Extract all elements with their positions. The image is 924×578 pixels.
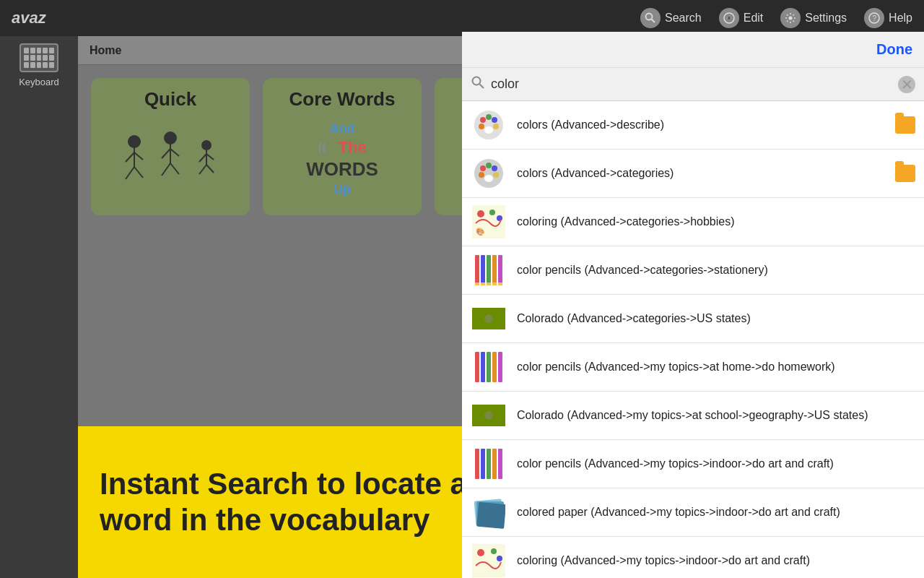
nav-search-button[interactable]: Search <box>640 8 702 28</box>
result-label: coloring (Advanced->categories->hobbies) <box>517 215 915 228</box>
search-results: colors (Advanced->describe) colors (Adva… <box>462 101 924 578</box>
pencils2-svg-icon <box>472 350 505 384</box>
art-svg-icon: 🎨 <box>472 205 505 238</box>
palette2-svg-icon <box>472 157 505 190</box>
search-clear-button[interactable]: ✕ <box>898 76 915 93</box>
svg-line-32 <box>480 85 484 89</box>
cw-it: It <box>318 139 326 156</box>
search-result-item[interactable]: coloring (Advanced->my topics->indoor->d… <box>462 537 924 578</box>
svg-text:🎨: 🎨 <box>476 227 485 236</box>
nav-actions: Search Edit Settings ? Help <box>640 8 912 28</box>
svg-line-23 <box>199 165 206 174</box>
svg-point-81 <box>491 548 497 554</box>
search-input[interactable] <box>491 77 892 92</box>
svg-rect-78 <box>476 502 505 529</box>
search-overlay: Done ✕ colors (Advanced->describe) <box>462 32 924 578</box>
search-result-item[interactable]: color pencils (Advanced->categories->sta… <box>462 246 924 295</box>
search-result-item[interactable]: color pencils (Advanced->my topics->indo… <box>462 440 924 488</box>
result-label: colors (Advanced->describe) <box>517 118 895 131</box>
app-logo: avaz <box>12 9 640 27</box>
result-icon-pencils3 <box>471 446 507 482</box>
cw-up: Up <box>334 182 351 197</box>
svg-rect-61 <box>498 282 502 285</box>
result-label: color pencils (Advanced->my topics->at h… <box>517 361 915 374</box>
nav-edit-label: Edit <box>744 12 764 25</box>
svg-rect-71 <box>475 449 479 479</box>
svg-rect-52 <box>475 255 479 285</box>
svg-point-4 <box>789 17 793 20</box>
svg-point-49 <box>489 210 495 215</box>
result-icon-colorado2 <box>471 397 507 434</box>
svg-point-7 <box>128 136 140 147</box>
svg-point-19 <box>202 141 211 150</box>
svg-point-80 <box>477 549 484 556</box>
svg-point-31 <box>473 77 481 85</box>
search-icon <box>640 8 661 28</box>
result-label: color pencils (Advanced->categories->sta… <box>517 264 915 277</box>
svg-point-44 <box>493 172 499 178</box>
svg-point-70 <box>484 411 493 420</box>
result-icon-palette2 <box>471 155 507 191</box>
vocab-card-title-core-words: Core Words <box>289 88 396 111</box>
colorado2-svg-icon <box>472 405 505 426</box>
search-done-header: Done <box>462 32 924 68</box>
sidebar: Keyboard <box>0 36 78 578</box>
folder-icon <box>895 165 915 182</box>
search-result-item[interactable]: colored paper (Advanced->my topics->indo… <box>462 488 924 537</box>
search-result-item[interactable]: 🎨 coloring (Advanced->categories->hobbie… <box>462 198 924 246</box>
vocab-card-quick[interactable]: Quick <box>91 78 250 215</box>
nav-settings-button[interactable]: Settings <box>780 8 847 28</box>
result-label: Colorado (Advanced->my topics->at school… <box>517 409 915 422</box>
result-label: coloring (Advanced->my topics->indoor->d… <box>517 554 915 567</box>
result-icon-palette <box>471 107 507 143</box>
search-result-item[interactable]: Colorado (Advanced->categories->US state… <box>462 295 924 343</box>
nav-help-button[interactable]: ? Help <box>864 8 912 28</box>
help-icon: ? <box>864 8 884 28</box>
keyboard-label: Keyboard <box>19 77 59 87</box>
svg-point-48 <box>477 210 484 217</box>
vocab-card-image-quick <box>98 111 243 208</box>
done-button[interactable]: Done <box>876 41 912 58</box>
svg-line-17 <box>162 163 170 176</box>
svg-line-22 <box>206 154 214 160</box>
result-label: Colorado (Advanced->categories->US state… <box>517 312 915 325</box>
search-result-item[interactable]: colors (Advanced->describe) <box>462 101 924 150</box>
pencils3-svg-icon <box>472 447 505 480</box>
edit-icon <box>719 8 739 28</box>
result-label: colored paper (Advanced->my topics->indo… <box>517 506 915 519</box>
search-result-item[interactable]: Colorado (Advanced->my topics->at school… <box>462 392 924 440</box>
svg-point-13 <box>165 132 176 144</box>
svg-point-46 <box>484 175 493 182</box>
svg-rect-65 <box>481 352 485 382</box>
svg-point-36 <box>492 117 497 123</box>
keyboard-button[interactable]: Keyboard <box>19 43 59 87</box>
svg-rect-60 <box>498 255 502 285</box>
svg-point-43 <box>492 165 497 171</box>
svg-rect-59 <box>492 282 497 285</box>
result-icon-pencils <box>471 252 507 288</box>
paper-svg-icon <box>472 496 505 529</box>
svg-point-37 <box>493 124 499 129</box>
result-label: colors (Advanced->categories) <box>517 167 895 180</box>
cw-and: And <box>329 121 354 137</box>
svg-point-39 <box>484 126 493 134</box>
vocab-card-core-words[interactable]: Core Words And It The WORDS Up <box>263 78 422 215</box>
svg-line-9 <box>126 152 134 162</box>
nav-edit-button[interactable]: Edit <box>719 8 764 28</box>
svg-line-12 <box>134 167 143 178</box>
svg-line-10 <box>134 152 143 160</box>
svg-rect-73 <box>487 449 491 479</box>
svg-rect-53 <box>475 282 479 285</box>
search-result-item[interactable]: color pencils (Advanced->my topics->at h… <box>462 343 924 392</box>
svg-rect-57 <box>487 282 491 285</box>
search-result-item[interactable]: colors (Advanced->categories) <box>462 150 924 198</box>
stick-figures-icon <box>113 127 228 192</box>
svg-point-3 <box>728 17 731 20</box>
svg-line-24 <box>206 165 214 173</box>
svg-line-18 <box>170 163 179 174</box>
promo-text: Instant Search to locate any word in the… <box>100 466 518 539</box>
nav-search-label: Search <box>665 12 702 25</box>
svg-rect-72 <box>481 449 485 479</box>
svg-point-0 <box>646 14 653 20</box>
top-navigation: avaz Search Edit Settings ? Help <box>0 0 924 36</box>
